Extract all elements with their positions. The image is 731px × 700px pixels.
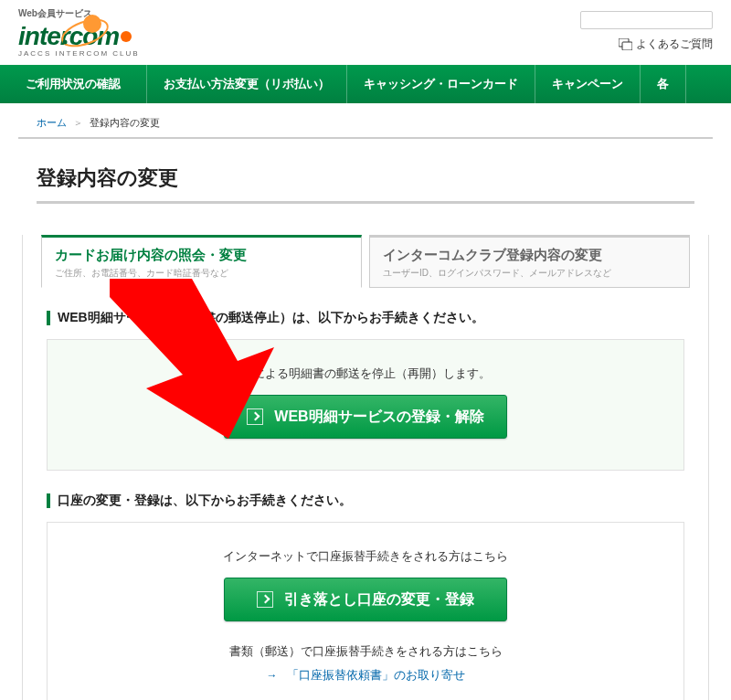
breadcrumb-separator: ＞ bbox=[73, 117, 83, 128]
search-wrap bbox=[580, 11, 713, 29]
tab-intercom-info[interactable]: インターコムクラブ登録内容の変更 ユーザーID、ログインパスワード、メールアドレ… bbox=[369, 235, 690, 288]
tab-desc: ご住所、お電話番号、カード暗証番号など bbox=[55, 267, 348, 280]
account-document-link[interactable]: 「口座振替依頼書」のお取り寄せ bbox=[287, 667, 465, 684]
nav-item-usage[interactable]: ご利用状況の確認 bbox=[0, 65, 147, 103]
main-area: カードお届け内容の照会・変更 ご住所、お電話番号、カード暗証番号など インターコ… bbox=[22, 235, 709, 700]
nav-item-more[interactable]: 各 bbox=[641, 65, 686, 103]
tab-desc: ユーザーID、ログインパスワード、メールアドレスなど bbox=[383, 267, 676, 280]
section-account: インターネットで口座振替手続きをされる方はこちら 引き落とし口座の変更・登録 書… bbox=[47, 522, 684, 700]
tab-title: カードお届け内容の照会・変更 bbox=[55, 247, 348, 264]
tabs: カードお届け内容の照会・変更 ご住所、お電話番号、カード暗証番号など インターコ… bbox=[41, 235, 690, 288]
logo-text: intercom bbox=[18, 22, 140, 51]
account-sub-caption: 書類（郵送）で口座振替手続きをされる方はこちら bbox=[66, 643, 665, 660]
breadcrumb-current: 登録内容の変更 bbox=[90, 117, 160, 128]
section-web-meisai: 紙による明細書の郵送を停止（再開）します。 WEB明細サービスの登録・解除 bbox=[47, 339, 684, 471]
arrow-right-icon bbox=[247, 408, 263, 425]
web-meisai-register-button[interactable]: WEB明細サービスの登録・解除 bbox=[224, 395, 507, 439]
section-label-account: 口座の変更・登録は、以下からお手続きください。 bbox=[47, 493, 690, 509]
logo[interactable]: Web会員サービス intercom JACCS INTERCOM CLUB bbox=[18, 7, 140, 58]
svg-point-1 bbox=[83, 15, 101, 33]
header-right: よくあるご質問 bbox=[580, 7, 713, 52]
arrow-right-icon: → bbox=[267, 669, 278, 682]
page-title: 登録内容の変更 bbox=[37, 164, 694, 204]
nav-item-payment[interactable]: お支払い方法変更（リボ払い） bbox=[147, 65, 347, 103]
tab-title: インターコムクラブ登録内容の変更 bbox=[383, 247, 676, 264]
svg-point-2 bbox=[62, 40, 67, 45]
nav-item-cashing[interactable]: キャッシング・ローンカード bbox=[347, 65, 535, 103]
main-nav: ご利用状況の確認 お支払い方法変更（リボ払い） キャッシング・ローンカード キャ… bbox=[0, 65, 731, 103]
planet-icon bbox=[58, 15, 112, 51]
caption-account: インターネットで口座振替手続きをされる方はこちら bbox=[66, 548, 665, 565]
breadcrumb: ホーム ＞ 登録内容の変更 bbox=[18, 103, 713, 139]
section-label-web-meisai: WEB明細サービス（明細書の郵送停止）は、以下からお手続きください。 bbox=[47, 310, 690, 326]
account-document-link-row: → 「口座振替依頼書」のお取り寄せ bbox=[66, 667, 665, 684]
nav-item-campaign[interactable]: キャンペーン bbox=[535, 65, 641, 103]
svg-rect-4 bbox=[622, 42, 632, 50]
section-bar-icon bbox=[47, 311, 50, 325]
tab-card-info[interactable]: カードお届け内容の照会・変更 ご住所、お電話番号、カード暗証番号など bbox=[41, 235, 362, 288]
breadcrumb-home[interactable]: ホーム bbox=[37, 117, 67, 128]
caption-web-meisai: 紙による明細書の郵送を停止（再開）します。 bbox=[66, 366, 665, 382]
logo-dot-icon bbox=[121, 31, 132, 42]
chat-icon bbox=[619, 38, 632, 50]
search-input[interactable] bbox=[580, 11, 713, 29]
faq-link[interactable]: よくあるご質問 bbox=[580, 37, 713, 52]
arrow-right-icon bbox=[257, 591, 273, 608]
account-change-button[interactable]: 引き落とし口座の変更・登録 bbox=[224, 578, 507, 621]
section-bar-icon bbox=[47, 493, 50, 508]
content: ホーム ＞ 登録内容の変更 登録内容の変更 カードお届け内容の照会・変更 ご住所… bbox=[0, 103, 731, 700]
header: Web会員サービス intercom JACCS INTERCOM CLUB よ… bbox=[0, 0, 731, 58]
